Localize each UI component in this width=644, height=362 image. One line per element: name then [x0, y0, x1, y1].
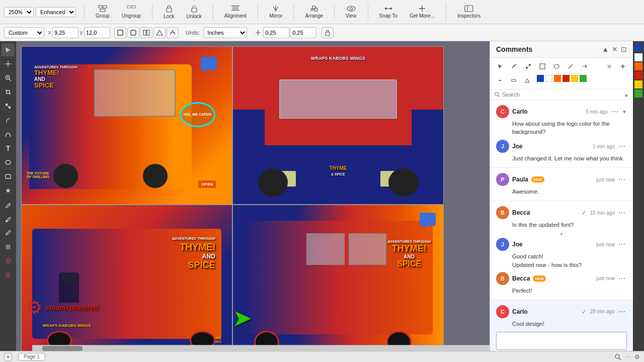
style-btn-2[interactable] [127, 27, 139, 38]
comment-bubble-tl[interactable] [201, 57, 217, 70]
get-more-btn[interactable]: Get More... [407, 4, 438, 20]
page-tab-1[interactable]: Page 1 [18, 353, 45, 360]
style-btn-3[interactable] [140, 27, 152, 38]
h-input[interactable] [290, 27, 316, 38]
thread1-menu-btn[interactable]: ⋯ [610, 108, 620, 116]
reply-input[interactable] [496, 332, 627, 350]
y-coord-input[interactable] [84, 27, 110, 38]
view-btn[interactable]: View [343, 4, 360, 20]
grid-tool[interactable] [2, 240, 15, 253]
color-swatch-green[interactable] [634, 89, 642, 98]
ungroup-btn[interactable]: Ungroup [119, 4, 144, 20]
panel-tool-r3[interactable] [521, 75, 533, 86]
style-btn-4[interactable] [153, 27, 166, 38]
panel-expand-icon[interactable]: ▲ [602, 45, 609, 53]
style-dropdown[interactable]: Custom Default [4, 27, 44, 38]
panel-close-icon[interactable]: ✕ [612, 45, 618, 53]
panel-detach-icon[interactable]: ⊡ [621, 45, 627, 53]
username-paula: Paula [512, 176, 528, 183]
inspectors-btn[interactable]: Inspectors [454, 4, 484, 20]
zoom-tool[interactable] [2, 71, 15, 84]
text-tool[interactable]: T [2, 142, 15, 155]
panel-tool-ellipse[interactable] [550, 61, 562, 72]
pan-tool[interactable] [2, 57, 15, 70]
snap-btn[interactable]: Snap To [376, 4, 401, 20]
select-tool[interactable] [2, 43, 15, 56]
canvas-cell-bl[interactable]: ADVENTURES THROUGH THYME! AND SPICE WRAP… [21, 205, 232, 351]
units-select[interactable]: Inches Pixels Centimeters [204, 27, 247, 38]
eyedropper-tool[interactable] [2, 226, 15, 239]
style-btn-5[interactable] [167, 27, 179, 38]
x-coord-input[interactable] [52, 27, 78, 38]
style-btn-1[interactable] [114, 27, 126, 38]
mirror-btn[interactable]: Mirror [266, 4, 285, 20]
color-white[interactable] [545, 75, 552, 82]
color-blue[interactable] [537, 75, 544, 82]
settings-tool[interactable]: ⚙ [2, 254, 15, 267]
canvas-cell-tl[interactable]: ADVENTURES THROUGH THYME! AND SPICE OPE [21, 46, 232, 205]
search-collapse-icon[interactable]: ▲ [624, 92, 629, 98]
thread2-menu-btn[interactable]: ⋯ [617, 175, 627, 184]
thread3-menu-btn[interactable]: ⋯ [617, 209, 627, 217]
crop-tool[interactable] [2, 85, 15, 99]
color-green[interactable] [580, 75, 587, 82]
rect-tool[interactable] [2, 170, 15, 183]
view-mode-select[interactable]: Enhanced Normal [36, 7, 76, 17]
pencil-tool[interactable] [2, 198, 15, 211]
color-swatch-blue[interactable] [634, 43, 642, 51]
pen-tool[interactable] [2, 114, 15, 127]
zoom-select[interactable]: 250% 100% 150% [4, 7, 34, 17]
lock-btn[interactable]: Lock [160, 4, 177, 20]
h-scrollbar[interactable] [32, 345, 490, 351]
panel-tool-line[interactable] [565, 61, 577, 72]
thread4-menu-btn[interactable]: ⋯ [617, 308, 627, 316]
w-input[interactable] [263, 27, 289, 38]
canvas-cell-br[interactable]: ADVENTURES THROUGH THYME! AND SPICE ➤ [232, 205, 444, 351]
alignment-btn[interactable]: Alignment [221, 4, 250, 20]
gear-tool-2[interactable]: ⚙ [2, 268, 15, 282]
unlock-btn[interactable]: Unlock [183, 4, 205, 20]
comment-bubble-br[interactable] [420, 213, 436, 226]
panel-tool-node[interactable] [522, 61, 534, 72]
color-yellow[interactable] [571, 75, 578, 82]
thread1-collapse-btn[interactable]: ▼ [622, 109, 627, 115]
color-swatch-red[interactable] [634, 71, 642, 79]
panel-settings-btn[interactable] [603, 61, 615, 72]
panel-tool-r2[interactable] [508, 75, 520, 86]
thread3-collapse-btn[interactable]: ▲ [559, 231, 564, 236]
x-field-group: x y [48, 27, 110, 38]
group-btn[interactable]: Group [93, 4, 113, 20]
panel-tool-pen[interactable] [508, 61, 520, 72]
color-orange[interactable] [554, 75, 561, 82]
reply1-meta: 1 min ago ⋯ [593, 142, 627, 150]
search-input[interactable] [502, 92, 624, 98]
svg-point-33 [6, 160, 11, 164]
bottom-settings-icon[interactable]: ⚙ [634, 353, 640, 360]
panel-tool-select[interactable] [494, 61, 506, 72]
reply2-meta: just now ⋯ [596, 240, 627, 248]
reply2-menu-btn[interactable]: ⋯ [617, 240, 627, 248]
star-tool[interactable] [2, 184, 15, 197]
thread3-check-btn[interactable]: ✓ [580, 209, 588, 216]
panel-tool-r1[interactable] [494, 75, 506, 86]
color-swatch-yellow[interactable] [634, 80, 642, 88]
add-page-btn[interactable]: + [4, 353, 12, 361]
paint-tool[interactable] [2, 212, 15, 225]
color-red[interactable] [562, 75, 570, 82]
canvas-area[interactable]: ADVENTURES THROUGH THYME! AND SPICE OPE [16, 41, 490, 351]
node-tool[interactable] [2, 100, 15, 113]
color-swatch-orange[interactable] [634, 62, 642, 70]
canvas-cell-tr[interactable]: WRAPS KABOBS WINGS THYME& SPICE [232, 46, 444, 205]
ellipse-tool[interactable] [2, 156, 15, 169]
reply3-menu-btn[interactable]: ⋯ [617, 275, 627, 283]
panel-add-btn[interactable] [617, 61, 629, 72]
bezier-tool[interactable] [2, 128, 15, 141]
panel-tool-arrow[interactable] [579, 61, 591, 72]
arrange-btn[interactable]: Arrange [302, 4, 326, 20]
panel-tool-rect[interactable] [536, 61, 548, 72]
lock-ratio-btn[interactable] [321, 27, 334, 38]
reply1-menu-btn[interactable]: ⋯ [617, 142, 627, 150]
zoom-fit-icon[interactable] [614, 353, 621, 360]
color-swatch-white[interactable] [634, 53, 642, 61]
thread4-check-btn[interactable]: ✓ [580, 308, 588, 315]
